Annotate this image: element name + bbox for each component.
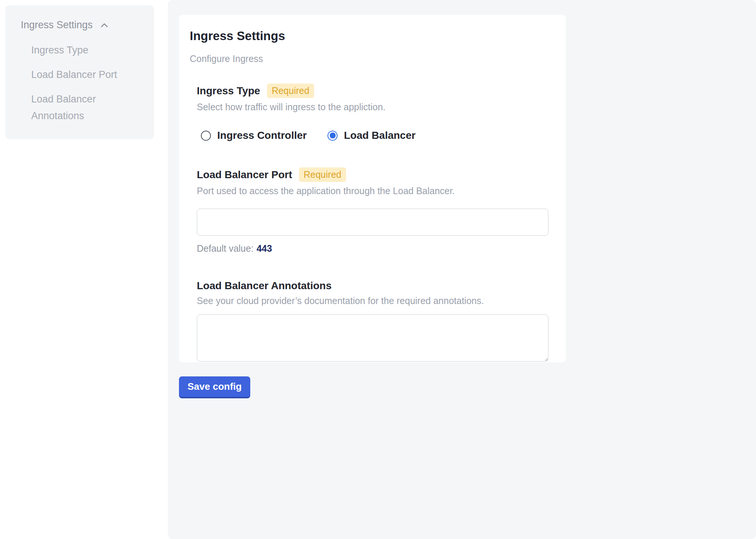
config-panel: Ingress Settings Configure Ingress Ingre…	[168, 0, 756, 539]
chevron-up-icon	[99, 20, 110, 31]
sidebar-item-load-balancer-port[interactable]: Load Balancer Port	[31, 66, 124, 83]
settings-sidebar: Ingress Settings Ingress Type Load Balan…	[5, 5, 154, 139]
sidebar-item-ingress-type[interactable]: Ingress Type	[31, 42, 124, 59]
radio-label-ingress-controller: Ingress Controller	[217, 130, 307, 141]
sidebar-item-load-balancer-annotations[interactable]: Load Balancer Annotations	[31, 91, 124, 124]
load-balancer-annotations-description: See your cloud provider’s documentation …	[197, 295, 548, 306]
radio-unselected-icon[interactable]	[201, 131, 211, 141]
required-badge: Required	[299, 167, 346, 182]
ingress-settings-card: Ingress Settings Configure Ingress Ingre…	[179, 15, 566, 362]
load-balancer-port-label: Load Balancer Port	[197, 169, 292, 181]
ingress-type-description: Select how traffic will ingress to the a…	[197, 102, 548, 112]
sidebar-item-list: Ingress Type Load Balancer Port Load Bal…	[31, 42, 154, 124]
save-config-button[interactable]: Save config	[179, 376, 250, 398]
default-value-line: Default value:443	[197, 243, 548, 254]
radio-selected-icon[interactable]	[328, 131, 338, 141]
required-badge: Required	[267, 84, 314, 98]
ingress-type-radio-group: Ingress Controller Load Balancer	[201, 130, 548, 141]
ingress-form: Ingress Type Required Select how traffic…	[197, 84, 548, 362]
sidebar-group-label: Ingress Settings	[21, 19, 93, 31]
sidebar-group-ingress-settings[interactable]: Ingress Settings	[21, 19, 110, 31]
field-load-balancer-annotations: Load Balancer Annotations See your cloud…	[197, 280, 548, 362]
radio-option-ingress-controller[interactable]: Ingress Controller	[201, 130, 307, 141]
radio-label-load-balancer: Load Balancer	[344, 130, 416, 141]
default-value: 443	[257, 243, 272, 254]
load-balancer-annotations-textarea[interactable]	[197, 314, 548, 362]
radio-option-load-balancer[interactable]: Load Balancer	[328, 130, 416, 141]
page-title: Ingress Settings	[190, 29, 548, 43]
field-load-balancer-port: Load Balancer Port Required Port used to…	[197, 167, 548, 254]
default-value-prefix: Default value:	[197, 243, 254, 254]
load-balancer-annotations-label: Load Balancer Annotations	[197, 280, 332, 292]
field-ingress-type: Ingress Type Required Select how traffic…	[197, 84, 548, 141]
page-subtitle: Configure Ingress	[190, 53, 548, 64]
ingress-type-label: Ingress Type	[197, 85, 260, 97]
load-balancer-port-input[interactable]	[197, 209, 548, 236]
load-balancer-port-description: Port used to access the application thro…	[197, 186, 548, 196]
